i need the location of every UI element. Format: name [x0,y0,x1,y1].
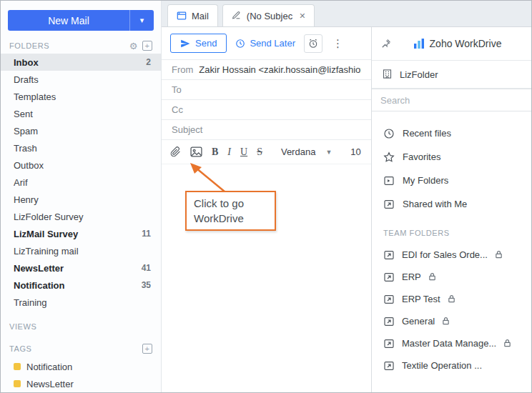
workdrive-header: Zoho WorkDrive [372,27,531,61]
attachment-icon[interactable] [170,146,181,157]
tags-section-header: TAGS + [1,341,161,357]
insert-template-button[interactable] [304,34,322,53]
sidebar-item-inbox[interactable]: Inbox 2 [1,54,161,71]
search-input[interactable] [372,89,531,111]
subject-field[interactable]: Subject [162,120,371,140]
my-folders-icon [383,175,395,186]
sidebar-item-liztraining-mail[interactable]: LizTraining mail [1,242,161,259]
from-row[interactable]: From Zakir Hossain <zakir.hossain@lizfas… [162,60,371,80]
more-options-icon[interactable]: ⋮ [331,37,345,50]
tag-item-newsletter[interactable]: NewsLetter [1,375,161,392]
views-label: VIEWS [9,322,36,331]
underline-button[interactable]: U [240,146,247,158]
unread-count: 41 [142,263,151,273]
lock-icon [448,294,458,304]
lock-icon [442,317,452,327]
new-mail-dropdown-button[interactable]: ▾ [129,10,154,31]
send-later-icon [235,39,245,49]
from-value: Zakir Hossain <zakir.hossain@lizfashion.… [199,64,361,75]
tag-item-notification[interactable]: Notification [1,358,161,375]
add-folder-icon[interactable]: + [142,41,152,51]
tag-color-swatch [14,363,21,370]
mail-icon [177,11,187,21]
team-folder-general[interactable]: General [372,310,531,332]
team-folder-erp[interactable]: ERP [372,266,531,288]
compose-toolbar: Send Send Later ⋮ [162,27,371,60]
sidebar-item-arif[interactable]: Arif [1,174,161,191]
team-folder-icon [383,294,395,305]
tab-no-subject[interactable]: (No Subjec ✕ [222,4,315,26]
to-field[interactable]: To [162,80,371,100]
team-folder-icon [383,316,395,327]
nav-item-favorites[interactable]: Favorites [372,145,531,169]
workdrive-logo-icon [413,38,425,49]
folders-label: FOLDERS [9,41,49,50]
send-button[interactable]: Send [170,34,227,53]
strikethrough-button[interactable]: S [257,146,262,158]
sidebar-item-spam[interactable]: Spam [1,122,161,139]
gear-icon[interactable]: ⚙ [129,41,138,51]
sidebar-item-trash[interactable]: Trash [1,139,161,156]
from-label: From [172,64,193,75]
lock-icon [428,272,438,282]
tab-mail[interactable]: Mail [167,4,218,26]
callout-annotation: Click to go WorkDrive [185,191,276,231]
sidebar-item-drafts[interactable]: Drafts [1,71,161,88]
team-folder-erp-test[interactable]: ERP Test [372,288,531,310]
star-icon [383,151,395,163]
sidebar-item-henry[interactable]: Henry [1,191,161,208]
nav-item-my-folders[interactable]: My Folders [372,169,531,192]
sidebar-item-notification[interactable]: Notification 35 [1,277,161,294]
tab-label: (No Subjec [247,11,292,21]
sidebar-item-sent[interactable]: Sent [1,105,161,122]
detach-panel-icon[interactable] [381,38,393,49]
organization-icon [382,69,393,80]
font-size-dropdown[interactable]: 10 ▼ [350,146,371,157]
team-folders-label: TEAM FOLDERS [372,216,531,244]
workdrive-image-icon[interactable] [190,146,202,157]
unread-count: 11 [142,229,151,239]
workdrive-title: Zoho WorkDrive [430,38,502,49]
sidebar-item-training[interactable]: Training [1,294,161,311]
team-folder-icon [383,338,395,349]
nav-item-shared-with-me[interactable]: Shared with Me [372,192,531,216]
chevron-down-icon: ▾ [140,16,144,25]
team-folder-master-data[interactable]: Master Data Manage... [372,332,531,354]
folders-section-header: FOLDERS ⚙ + [1,38,161,54]
send-later-button[interactable]: Send Later [235,38,295,49]
views-section-header: VIEWS [1,319,161,334]
close-icon[interactable]: ✕ [299,11,305,21]
main-area: Mail (No Subjec ✕ Send [162,1,531,392]
folder-list: Inbox 2 Drafts Templates Sent Spam Trash… [1,54,161,311]
sidebar-item-lizmail-survey[interactable]: LizMail Survey 11 [1,225,161,242]
unread-count: 35 [142,280,151,290]
subject-label: Subject [172,124,202,135]
new-mail-button[interactable]: New Mail [8,10,129,31]
formatting-toolbar: B I U S Verdana ▼ 10 ▼ [162,140,371,164]
lock-icon [495,250,505,260]
sidebar-item-newsletter[interactable]: NewsLetter 41 [1,259,161,277]
pencil-icon [232,11,242,21]
nav-item-recent-files[interactable]: Recent files [372,121,531,145]
to-label: To [172,84,182,95]
add-tag-icon[interactable]: + [142,344,152,354]
workdrive-panel: Zoho WorkDrive LizFolder Recent [371,27,531,392]
sidebar-item-outbox[interactable]: Outbox [1,156,161,174]
cc-field[interactable]: Cc [162,100,371,120]
paper-plane-icon [180,39,190,49]
team-folder-textile-operation[interactable]: Textile Operation ... [372,354,531,377]
message-body-area[interactable]: Click to go WorkDrive [162,164,371,392]
sidebar-item-templates[interactable]: Templates [1,88,161,105]
team-folder-edi[interactable]: EDI for Sales Orde... [372,244,531,266]
bold-button[interactable]: B [212,146,218,158]
workdrive-folder-selector[interactable]: LizFolder [372,61,531,89]
italic-button[interactable]: I [227,146,231,158]
sidebar-item-lizfolder-survey[interactable]: LizFolder Survey [1,208,161,225]
chevron-down-icon: ▼ [325,149,332,156]
tags-label: TAGS [9,344,32,353]
alarm-clock-icon [308,39,318,49]
tag-list: Notification NewsLetter [1,358,161,392]
font-family-dropdown[interactable]: Verdana ▼ [281,146,332,157]
new-mail-split-button: New Mail ▾ [8,10,154,31]
lock-icon [503,339,513,349]
